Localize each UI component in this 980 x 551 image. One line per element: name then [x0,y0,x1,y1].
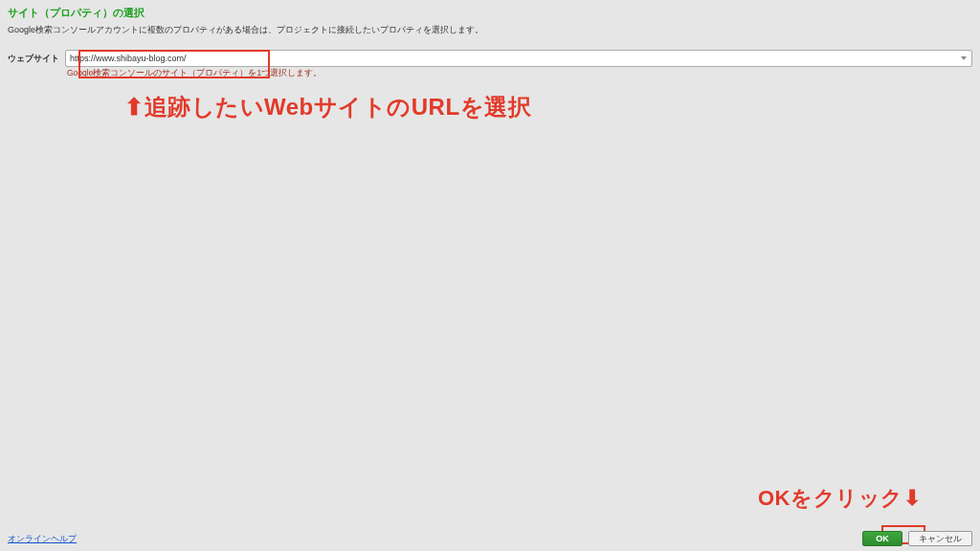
website-helper-text: Google検索コンソールのサイト（プロパティ）を1つ選択します。 [65,67,972,79]
website-dropdown-value: https://www.shibayu-blog.com/ [70,54,187,63]
page-subtitle: Google検索コンソールアカウントに複数のプロパティがある場合は、プロジェクト… [8,24,972,36]
cancel-button[interactable]: キャンセル [908,531,972,546]
website-field-row: ウェブサイト https://www.shibayu-blog.com/ Goo… [0,50,980,79]
website-field-label: ウェブサイト [8,50,59,65]
page-title: サイト（プロパティ）の選択 [8,6,972,20]
online-help-link[interactable]: オンラインヘルプ [8,533,77,545]
annotation-text-top: ⬆追跡したいWebサイトのURLを選択 [124,92,531,122]
website-dropdown[interactable]: https://www.shibayu-blog.com/ [65,50,972,67]
ok-button[interactable]: OK [862,531,902,546]
annotation-text-bottom: OKをクリック⬇ [758,484,921,513]
footer-bar: オンラインヘルプ OK キャンセル [0,526,980,551]
chevron-down-icon [961,56,967,60]
